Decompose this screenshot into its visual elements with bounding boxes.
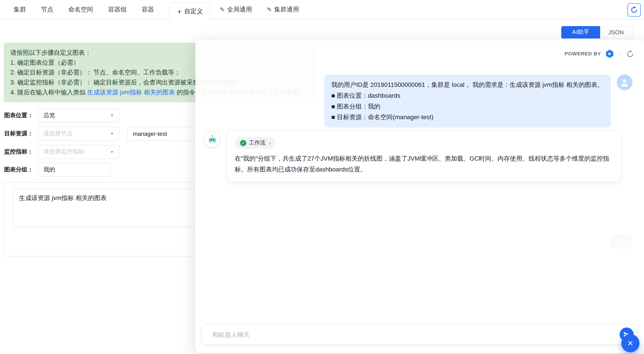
- target-resource-label: 目标资源：: [4, 130, 38, 138]
- metric-select[interactable]: 请选择监控指标 ▼: [38, 145, 119, 159]
- person-icon: [620, 78, 630, 88]
- user-message-line-2: ■ 图表位置：dashboards: [331, 90, 604, 101]
- chevron-right-icon: ›: [269, 140, 271, 146]
- chart-position-select[interactable]: 总览 ▼: [38, 108, 119, 123]
- workflow-pill[interactable]: ✓ 工作流 ›: [235, 137, 276, 149]
- brand-logo-icon: [605, 49, 614, 58]
- user-message-bubble: 我的用户ID是 2019011500000061，集群是 local， 我的需求…: [324, 74, 611, 128]
- form-row-chart-position: 图表位置： 总览 ▼: [4, 108, 119, 123]
- refresh-icon: [630, 6, 638, 14]
- chevron-down-icon: ▼: [110, 114, 114, 118]
- chart-group-value: 我的: [44, 166, 55, 174]
- close-icon: ×: [628, 338, 633, 349]
- metric-select-placeholder: 请选择监控指标: [44, 148, 84, 156]
- tab-node[interactable]: 节点: [41, 6, 53, 14]
- view-toggle: AI助手 JSON: [562, 26, 632, 38]
- form-row-metric: 监控指标： 请选择监控指标 ▼: [4, 145, 119, 159]
- tab-global-common[interactable]: ✎ 全局通用: [220, 6, 252, 14]
- chart-group-label: 图表分组：: [4, 166, 38, 174]
- app-window: 集群 节点 命名空间 容器组 容器 ＋ 自定义 ✎ 全局通用 ✎ 集群通用 AI…: [0, 0, 644, 354]
- tab-container[interactable]: 容器: [142, 6, 154, 14]
- user-message-row: 我的用户ID是 2019011500000061，集群是 local， 我的需求…: [324, 74, 632, 128]
- metric-label: 监控指标：: [4, 148, 38, 156]
- ai-chat-panel: POWERED BY 我的用户ID是 2019011500000061，集群是 …: [195, 40, 644, 353]
- plus-icon: ＋: [176, 8, 183, 15]
- form-row-chart-group: 图表分组： 我的: [4, 163, 110, 177]
- refresh-button[interactable]: [628, 3, 641, 16]
- user-message-line-4: ■ 目标资源：命名空间(manager-test): [331, 112, 604, 123]
- edit-icon: ✎: [267, 6, 272, 13]
- reset-icon: [626, 50, 634, 58]
- user-message-line-1: 我的用户ID是 2019011500000061，集群是 local， 我的需求…: [331, 80, 604, 90]
- user-avatar: [617, 74, 632, 90]
- chat-input[interactable]: [212, 330, 620, 338]
- resource-select-value: manager-test: [133, 130, 167, 137]
- toggle-json[interactable]: JSON: [600, 26, 632, 38]
- powered-by-label: POWERED BY: [564, 51, 601, 57]
- toggle-ai-assistant[interactable]: AI助手: [562, 26, 600, 38]
- bot-message-text: 在"我的"分组下，共生成了27个JVM指标相关的折线图，涵盖了JVM缓冲区、类加…: [235, 153, 613, 175]
- tab-custom-label: 自定义: [184, 7, 203, 15]
- chat-input-bar: [202, 325, 637, 344]
- example-prompt-link[interactable]: 生成该资源 jvm指标 相关的图表: [87, 88, 175, 96]
- tab-cluster-common-label: 集群通用: [274, 6, 299, 14]
- tab-cluster[interactable]: 集群: [14, 6, 26, 14]
- tab-cluster-common[interactable]: ✎ 集群通用: [267, 6, 299, 14]
- node-select[interactable]: 请选择节点 ▼: [38, 127, 119, 141]
- workflow-label: 工作流: [249, 139, 265, 147]
- bot-avatar: [204, 132, 220, 147]
- tab-global-common-label: 全局通用: [227, 6, 252, 14]
- chat-close-button[interactable]: ×: [621, 334, 639, 352]
- reset-conversation-button[interactable]: [626, 50, 634, 58]
- top-tab-bar: 集群 节点 命名空间 容器组 容器 ＋ 自定义 ✎ 全局通用 ✎ 集群通用: [0, 0, 644, 20]
- guide-step-4-prefix: 4. 随后在输入框中输入类似: [10, 88, 87, 96]
- header-divider: [620, 51, 620, 57]
- chevron-down-icon: ▼: [110, 132, 114, 136]
- check-circle-icon: ✓: [240, 140, 246, 146]
- tab-pod[interactable]: 容器组: [108, 6, 127, 14]
- chevron-down-icon: ▼: [110, 150, 114, 154]
- edit-icon: ✎: [220, 6, 224, 13]
- bot-message-bubble: ✓ 工作流 › 在"我的"分组下，共生成了27个JVM指标相关的折线图，涵盖了J…: [227, 132, 620, 181]
- robot-icon: [207, 134, 218, 145]
- chat-header: POWERED BY: [564, 49, 634, 58]
- chart-position-value: 总览: [44, 112, 55, 120]
- tab-namespace[interactable]: 命名空间: [68, 6, 93, 14]
- node-select-placeholder: 请选择节点: [44, 130, 72, 138]
- tab-custom[interactable]: ＋ 自定义: [169, 2, 210, 20]
- bot-message-row: ✓ 工作流 › 在"我的"分组下，共生成了27个JVM指标相关的折线图，涵盖了J…: [204, 132, 620, 181]
- chart-group-input[interactable]: 我的: [38, 163, 110, 177]
- chart-position-label: 图表位置：: [4, 112, 38, 120]
- user-message-line-3: ■ 图表分组：我的: [331, 101, 604, 112]
